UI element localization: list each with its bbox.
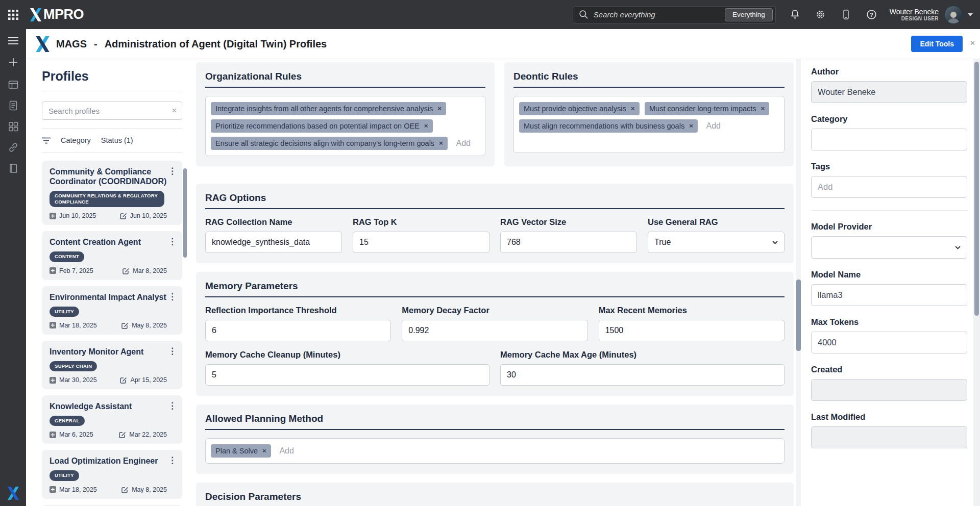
remove-chip-icon[interactable]: × — [424, 122, 428, 130]
max-recent-memories-field: Max Recent Memories — [599, 306, 785, 341]
avatar[interactable] — [944, 6, 963, 24]
cache-cleanup-field: Memory Cache Cleanup (Minutes) — [205, 350, 489, 386]
notifications-bell-icon[interactable] — [789, 9, 801, 20]
deontic-rules-input[interactable]: Must provide objective analysis × Must c… — [513, 96, 785, 153]
created-field: Created — [811, 365, 967, 401]
rule-chip[interactable]: Must provide objective analysis × — [519, 102, 640, 115]
clear-search-icon[interactable]: × — [172, 107, 177, 115]
profile-dates: Mar 6, 2025 Mar 22, 2025 — [50, 431, 167, 438]
max-tokens-input[interactable] — [811, 332, 967, 353]
use-general-rag-select[interactable]: True — [648, 232, 785, 253]
page-scrollbar-track[interactable] — [973, 59, 980, 506]
remove-chip-icon[interactable]: × — [437, 105, 442, 112]
page-title: MAGS - Administration of Agent (Digital … — [56, 38, 327, 50]
planning-method-chip[interactable]: Plan & Solve × — [211, 444, 271, 458]
remove-chip-icon[interactable]: × — [262, 447, 266, 454]
rag-vector-size-field: RAG Vector Size — [500, 217, 637, 253]
kebab-menu-icon[interactable]: ⋮ — [168, 456, 177, 465]
remove-chip-icon[interactable]: × — [689, 122, 693, 130]
rule-chip[interactable]: Ensure all strategic decisions align wit… — [211, 137, 448, 150]
menu-hamburger-icon[interactable] — [8, 37, 18, 44]
edit-tools-button[interactable]: Edit Tools — [911, 36, 963, 52]
created-plus-icon — [50, 377, 56, 384]
profile-name[interactable]: Content Creation Agent — [50, 238, 168, 247]
add-rule-placeholder[interactable]: Add — [456, 139, 470, 147]
section-title: Organizational Rules — [205, 71, 485, 88]
rule-chip[interactable]: Must consider long-term impacts × — [645, 102, 769, 115]
rag-top-k-input[interactable] — [353, 232, 489, 253]
xmpro-logo-text: MPRO — [43, 7, 84, 22]
filter-icon[interactable] — [42, 137, 51, 144]
profile-card[interactable]: Inventory Monitor Agent ⋮ SUPPLY CHAIN M… — [42, 341, 182, 389]
profile-dates: Mar 18, 2025 May 8, 2025 — [50, 322, 167, 329]
kebab-menu-icon[interactable]: ⋮ — [168, 237, 177, 246]
planning-method-input[interactable]: Plan & Solve × Add — [205, 438, 785, 464]
library-book-icon[interactable] — [8, 163, 19, 174]
profile-name[interactable]: Knowledge Assistant — [50, 402, 168, 412]
filter-category[interactable]: Category — [61, 136, 91, 144]
user-dropdown-caret-icon[interactable] — [968, 13, 973, 16]
profile-name[interactable]: Inventory Monitor Agent — [50, 347, 168, 357]
document-icon[interactable] — [8, 100, 19, 111]
mobile-device-icon[interactable] — [840, 9, 852, 20]
kebab-menu-icon[interactable]: ⋮ — [168, 167, 177, 175]
filter-status[interactable]: Status (1) — [101, 136, 133, 144]
link-icon[interactable] — [8, 142, 19, 153]
cache-cleanup-input[interactable] — [205, 364, 489, 386]
modified-date: May 8, 2025 — [121, 486, 167, 493]
reflection-threshold-input[interactable] — [205, 320, 391, 341]
organizational-rules-input[interactable]: Integrate insights from all other agents… — [205, 96, 485, 156]
model-name-input[interactable] — [811, 284, 967, 306]
search-scope-button[interactable]: Everything — [725, 8, 773, 21]
kebab-menu-icon[interactable]: ⋮ — [168, 292, 177, 301]
close-icon[interactable]: ✕ — [970, 39, 975, 47]
profile-card[interactable]: Environmental Impact Analyst ⋮ UTILITY M… — [42, 286, 182, 335]
main-scrollbar-thumb[interactable] — [796, 280, 801, 351]
dashboard-icon[interactable] — [8, 79, 19, 90]
global-search-input[interactable] — [594, 10, 725, 19]
add-rule-placeholder[interactable]: Add — [706, 121, 720, 130]
main-scrollbar-track[interactable] — [796, 59, 801, 506]
max-recent-memories-input[interactable] — [599, 320, 785, 341]
edit-pencil-icon — [119, 431, 126, 438]
tags-input[interactable] — [811, 176, 967, 198]
remove-chip-icon[interactable]: × — [631, 105, 635, 112]
chevron-down-icon — [955, 246, 961, 249]
reflection-threshold-field: Reflection Importance Threshold — [205, 306, 391, 341]
kebab-menu-icon[interactable]: ⋮ — [168, 347, 177, 356]
rule-chip[interactable]: Prioritize recommendations based on pote… — [211, 119, 433, 133]
memory-decay-input[interactable] — [402, 320, 587, 341]
user-menu[interactable]: Wouter Beneke DESIGN USER — [890, 8, 939, 21]
profile-search-input[interactable] — [48, 107, 172, 115]
rule-chip[interactable]: Must align recommendations with business… — [519, 119, 698, 133]
xmpro-logo[interactable]: MPRO — [29, 7, 84, 22]
mags-x-logo — [35, 36, 51, 52]
rules-row: Organizational Rules Integrate insights … — [196, 62, 794, 175]
rule-chip[interactable]: Integrate insights from all other agents… — [211, 102, 446, 115]
app-launcher-button[interactable] — [0, 0, 26, 29]
kebab-menu-icon[interactable]: ⋮ — [168, 401, 177, 410]
created-plus-icon — [50, 486, 56, 493]
profile-name[interactable]: Community & Compliance Coordinator (COOR… — [50, 167, 168, 187]
profile-card[interactable]: Community & Compliance Coordinator (COOR… — [42, 161, 182, 225]
category-input[interactable] — [811, 129, 967, 150]
add-new-icon[interactable] — [9, 58, 18, 67]
modules-blocks-icon[interactable] — [8, 121, 19, 132]
settings-gear-icon[interactable] — [815, 9, 826, 20]
help-icon[interactable]: ? — [866, 9, 877, 20]
profile-card[interactable]: Knowledge Assistant ⋮ GENERAL Mar 6, 202… — [42, 395, 182, 444]
profile-name[interactable]: Load Optimization Engineer — [50, 457, 168, 466]
profile-name[interactable]: Environmental Impact Analyst — [50, 293, 168, 302]
rag-collection-input[interactable] — [205, 232, 342, 253]
model-provider-select[interactable] — [811, 236, 967, 259]
profile-card[interactable]: Content Creation Agent ⋮ CONTENT Feb 7, … — [42, 231, 182, 280]
rag-vector-size-input[interactable] — [500, 232, 637, 253]
cache-max-age-input[interactable] — [500, 364, 785, 386]
add-method-placeholder[interactable]: Add — [279, 446, 293, 455]
sidebar-scrollbar[interactable] — [183, 168, 187, 258]
remove-chip-icon[interactable]: × — [439, 140, 443, 147]
remove-chip-icon[interactable]: × — [761, 105, 765, 112]
page-scrollbar-thumb[interactable] — [974, 62, 979, 316]
xmpro-x-logo-bottom[interactable] — [7, 487, 20, 500]
profile-card[interactable]: Load Optimization Engineer ⋮ UTILITY Mar… — [42, 450, 182, 498]
